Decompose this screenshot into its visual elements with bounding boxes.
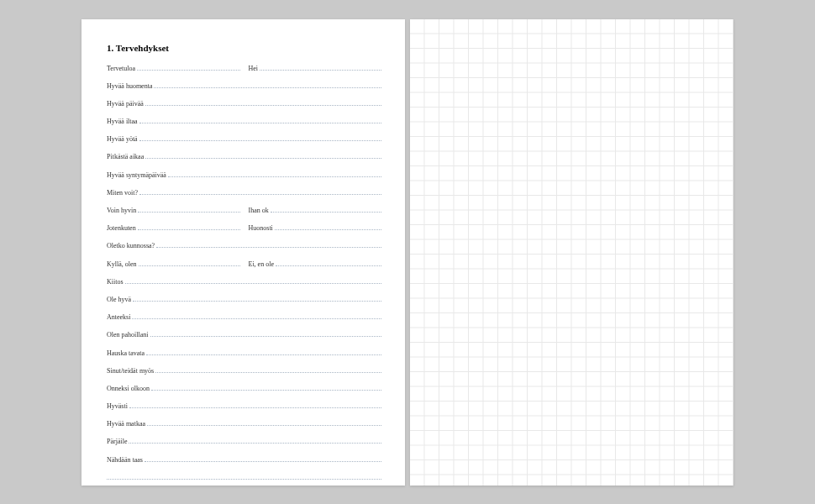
fill-line (137, 65, 239, 71)
vocab-row: Ole hyvä (107, 296, 381, 304)
vocab-row: Pitkästä aikaa (107, 153, 381, 161)
fill-line (138, 207, 239, 213)
vocab-label: Hyvästi (107, 402, 129, 410)
vocab-half-left: Kyllä, olen (107, 260, 240, 268)
vocab-label: Hyvää iltaa (107, 118, 139, 125)
vocab-label: Hyvää huomenta (107, 82, 154, 90)
vocab-label: Sinut/teidät myös (107, 367, 155, 375)
vocab-row: Oletko kunnossa? (107, 242, 381, 250)
vocab-label: Jotenkuten (107, 224, 138, 232)
vocab-half-right: Huonosti (249, 224, 382, 232)
vocab-label: Hyvää syntymäpäivää (107, 171, 168, 179)
fill-line (107, 474, 381, 480)
vocab-row: Kyllä, olenEi, en ole (107, 260, 381, 269)
vocab-label: Tervetuloa (107, 65, 137, 72)
fill-line (139, 260, 240, 266)
vocab-label: Hyvää yötä (107, 135, 139, 143)
fill-line (168, 171, 381, 177)
fill-line (132, 313, 381, 319)
fill-line (139, 189, 381, 195)
vocab-half-left: Jotenkuten (107, 224, 240, 232)
vocab-row: JotenkutenHuonosti (107, 224, 381, 233)
page-spread: 1. Tervehdykset TervetuloaHeiHyvää huome… (82, 19, 734, 486)
vocab-row: Hyvää yötä (107, 135, 381, 144)
fill-line (260, 65, 381, 71)
fill-line (129, 438, 381, 444)
vocab-row: Hyvää iltaa (107, 118, 381, 126)
vocab-row: Hyvää syntymäpäivää (107, 171, 381, 180)
fill-line (147, 420, 381, 426)
vocab-row: Voin hyvinIhan ok (107, 207, 381, 215)
fill-line (156, 242, 381, 248)
vocab-row: Hyvää huomenta (107, 82, 381, 91)
fill-line (125, 278, 381, 284)
vocab-half-left: Tervetuloa (107, 65, 240, 72)
vocab-label: Ei, en ole (249, 260, 276, 268)
fill-line (151, 385, 381, 391)
fill-line (139, 118, 381, 123)
vocab-label: Hei (249, 65, 260, 72)
vocab-row: Olen pahoillani (107, 331, 381, 339)
left-page: 1. Tervehdykset TervetuloaHeiHyvää huome… (82, 19, 405, 486)
fill-line (145, 153, 381, 159)
fill-line (146, 349, 381, 355)
vocab-row: Hauska tavata (107, 349, 381, 358)
right-page-grid (410, 19, 734, 486)
vocab-label: Kyllä, olen (107, 260, 139, 268)
vocab-row: Kiitos (107, 278, 381, 286)
vocab-label: Miten voit? (107, 189, 139, 197)
fill-line (133, 296, 381, 302)
vocab-half-right: Ihan ok (249, 207, 382, 214)
vocab-label: Kiitos (107, 278, 125, 286)
vocabulary-list: TervetuloaHeiHyvää huomentaHyvää päivääH… (107, 65, 381, 482)
vocab-label: Voin hyvin (107, 207, 138, 214)
vocab-row: TervetuloaHei (107, 65, 381, 73)
vocab-half-right: Ei, en ole (249, 260, 382, 268)
vocab-row (107, 474, 381, 482)
vocab-label: Hyvää päivää (107, 100, 145, 108)
vocab-label: Hauska tavata (107, 349, 146, 357)
vocab-row: Sinut/teidät myös (107, 367, 381, 375)
vocab-label: Pärjäile (107, 438, 129, 445)
vocab-label: Huonosti (249, 224, 275, 232)
vocab-row: Hyvää päivää (107, 100, 381, 108)
fill-line (145, 100, 381, 106)
fill-line (271, 207, 381, 213)
vocab-row: Pärjäile (107, 438, 381, 446)
vocab-label: Olen pahoillani (107, 331, 150, 339)
vocab-label: Anteeksi (107, 313, 132, 321)
vocab-row: Onneksi olkoon (107, 385, 381, 393)
vocab-half-right: Hei (249, 65, 382, 72)
vocab-half-left: Voin hyvin (107, 207, 240, 214)
fill-line (150, 331, 381, 337)
vocab-label: Onneksi olkoon (107, 385, 151, 392)
fill-line (155, 367, 381, 373)
vocab-label: Hyvää matkaa (107, 420, 147, 428)
vocab-row: Hyvää matkaa (107, 420, 381, 428)
fill-line (138, 224, 240, 230)
vocab-row: Anteeksi (107, 313, 381, 322)
vocab-label: Nähdään taas (107, 456, 145, 464)
vocab-label: Pitkästä aikaa (107, 153, 145, 160)
fill-line (145, 456, 381, 462)
section-heading: 1. Tervehdykset (107, 43, 381, 53)
fill-line (139, 135, 381, 141)
fill-line (154, 82, 381, 88)
vocab-row: Hyvästi (107, 402, 381, 411)
vocab-row: Miten voit? (107, 189, 381, 197)
vocab-row: Nähdään taas (107, 456, 381, 465)
vocab-label: Ole hyvä (107, 296, 133, 303)
fill-line (275, 224, 381, 230)
vocab-label: Ihan ok (249, 207, 271, 214)
vocab-label: Oletko kunnossa? (107, 242, 156, 249)
fill-line (276, 260, 381, 266)
fill-line (129, 402, 381, 408)
